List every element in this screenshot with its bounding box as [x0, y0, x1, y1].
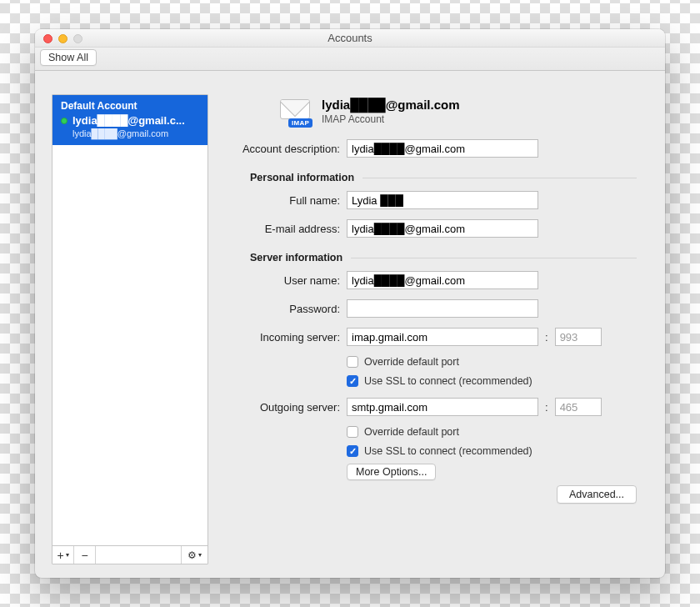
advanced-button[interactable]: Advanced...	[557, 485, 637, 504]
window-controls	[43, 34, 82, 43]
incoming-label: Incoming server:	[220, 331, 347, 344]
outgoing-ssl-checkbox[interactable]	[347, 445, 358, 457]
plus-icon: +	[57, 549, 63, 562]
server-info-section: Server information	[220, 252, 637, 263]
checkbox-label: Override default port	[364, 356, 459, 368]
close-icon[interactable]	[43, 34, 52, 43]
account-description-input[interactable]	[347, 139, 538, 158]
status-dot-icon	[61, 118, 68, 124]
account-type-label: IMAP Account	[322, 113, 460, 125]
content-area: Default Account lydia████@gmail.c... lyd…	[35, 71, 665, 578]
minimize-icon[interactable]	[58, 34, 68, 43]
window-title: Accounts	[328, 32, 372, 44]
password-input[interactable]	[347, 299, 538, 318]
chevron-down-icon: ▾	[66, 551, 69, 559]
account-name: lydia████@gmail.c...	[72, 114, 185, 127]
divider	[362, 178, 637, 178]
username-label: User name:	[220, 274, 347, 287]
sidebar-account-item[interactable]: Default Account lydia████@gmail.c... lyd…	[52, 95, 208, 145]
account-actions-button[interactable]: ⚙ ▾	[181, 546, 208, 564]
checkbox-label: Override default port	[364, 426, 459, 438]
username-input[interactable]	[347, 271, 538, 289]
sidebar-footer: + ▾ − ⚙ ▾	[52, 545, 208, 564]
more-options-button[interactable]: More Options...	[347, 464, 436, 480]
chevron-down-icon: ▾	[198, 551, 202, 559]
divider	[351, 258, 637, 258]
port-separator: :	[545, 401, 548, 414]
outgoing-port-input[interactable]	[555, 398, 602, 416]
personal-info-section: Personal information	[220, 172, 637, 183]
sidebar-body	[52, 145, 208, 545]
gear-icon: ⚙	[188, 549, 197, 561]
full-name-input[interactable]	[347, 191, 538, 209]
default-account-label: Default Account	[61, 100, 199, 112]
section-label: Personal information	[250, 172, 354, 183]
show-all-button[interactable]: Show All	[40, 49, 97, 66]
outgoing-override-port-checkbox[interactable]	[347, 426, 358, 438]
outgoing-server-input[interactable]	[347, 398, 538, 416]
incoming-ssl-checkbox[interactable]	[347, 375, 358, 387]
account-form: Account description: Personal informatio…	[220, 137, 637, 505]
email-input[interactable]	[347, 219, 538, 238]
full-name-label: Full name:	[220, 194, 347, 207]
incoming-server-input[interactable]	[347, 328, 538, 346]
mail-imap-icon: IMAP	[280, 99, 313, 124]
account-description-label: Account description:	[220, 143, 347, 155]
remove-account-button[interactable]: −	[74, 546, 96, 564]
email-label: E-mail address:	[220, 223, 347, 235]
sidebar-spacer	[96, 546, 181, 564]
account-email: lydia████@gmail.com	[72, 128, 199, 138]
accounts-sidebar: Default Account lydia████@gmail.c... lyd…	[52, 94, 208, 564]
password-label: Password:	[220, 303, 347, 315]
accounts-window: Accounts Show All Default Account lydia█…	[35, 29, 665, 578]
toolbar: Show All	[35, 48, 665, 71]
section-label: Server information	[250, 252, 342, 263]
incoming-override-port-checkbox[interactable]	[347, 356, 358, 368]
add-account-button[interactable]: + ▾	[52, 546, 74, 564]
checkbox-label: Use SSL to connect (recommended)	[364, 445, 532, 457]
zoom-icon	[73, 34, 82, 43]
checkbox-label: Use SSL to connect (recommended)	[364, 375, 532, 387]
account-header: IMAP lydia████@gmail.com IMAP Account	[220, 98, 637, 125]
titlebar: Accounts	[35, 29, 665, 48]
account-title: lydia████@gmail.com	[322, 98, 460, 112]
incoming-port-input[interactable]	[555, 328, 602, 346]
outgoing-label: Outgoing server:	[220, 401, 347, 414]
port-separator: :	[545, 331, 548, 344]
main-panel: IMAP lydia████@gmail.com IMAP Account Ac…	[217, 94, 648, 564]
imap-badge: IMAP	[288, 118, 312, 128]
